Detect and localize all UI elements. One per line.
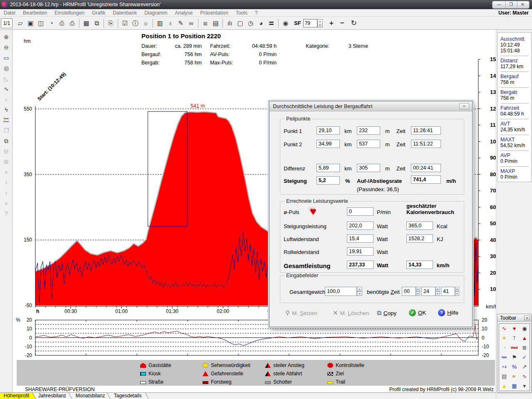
kcal-field[interactable] xyxy=(406,261,433,269)
save-icon[interactable]: ▣ xyxy=(25,18,36,28)
close-button[interactable]: ✕ xyxy=(517,2,528,8)
menu-bearbeiten[interactable]: Bearbeiten xyxy=(19,10,51,16)
loupe-icon[interactable]: ◎ xyxy=(1,64,11,73)
value-field[interactable] xyxy=(347,222,374,230)
kcal-field[interactable] xyxy=(406,234,433,243)
m-field[interactable] xyxy=(357,126,380,135)
stack-icon[interactable]: ⧈ xyxy=(200,18,210,28)
zoom-in-page-icon[interactable]: ⊕ xyxy=(1,32,11,42)
watt-icon[interactable]: Watt xyxy=(511,345,518,351)
floating-toolbar[interactable]: Toolbar ✕ ∿♥◉☀T▲◔Watt≣hm⚑✓✓2%↗▤B:∿▲▦▾ xyxy=(497,314,532,393)
zoom-out-page-icon[interactable]: ⊖ xyxy=(1,43,11,52)
print-preview-icon[interactable]: ⎙ xyxy=(57,18,67,28)
confirm-bubble-icon[interactable]: ☑ xyxy=(120,18,130,28)
rewind-icon[interactable]: « xyxy=(1,167,11,177)
watch-icon[interactable]: ◔ xyxy=(46,18,57,28)
menu-?[interactable]: ? xyxy=(251,10,262,16)
menu-datenbank[interactable]: Datenbank xyxy=(109,10,141,16)
time-hour-icon[interactable]: timehour xyxy=(1,116,11,125)
rate-field[interactable] xyxy=(411,175,441,184)
copy-add-icon[interactable]: ⧉ xyxy=(1,136,11,145)
waypoint-list-icon[interactable]: B: xyxy=(512,373,516,379)
page-minus-icon[interactable]: ⊟ xyxy=(1,147,11,156)
zeit-spinner[interactable]: ▲▼ xyxy=(441,287,459,296)
curve-icon[interactable]: ∿ xyxy=(1,84,11,94)
m-field[interactable] xyxy=(357,140,380,148)
toolbox-close-button[interactable]: ✕ xyxy=(524,315,530,320)
finish-flag-icon[interactable]: ⚑ xyxy=(512,354,517,360)
road-icon[interactable]: ▤ xyxy=(502,373,507,379)
zoom-out-button[interactable]: − xyxy=(340,19,344,27)
fast-forward-icon[interactable]: » xyxy=(1,199,11,208)
zeit-spinner[interactable]: ▲▼ xyxy=(402,287,420,296)
calendar-jan-icon[interactable]: ▤ xyxy=(210,18,221,28)
runner-icon[interactable]: ϟ xyxy=(1,105,11,114)
warning-triangle-icon[interactable]: ▲ xyxy=(522,335,527,341)
paste-icon[interactable]: ⎘ xyxy=(106,18,116,28)
value-field[interactable] xyxy=(347,247,374,256)
table-icon[interactable]: ▦ xyxy=(81,18,92,28)
heart-icon[interactable]: ♥ xyxy=(513,325,516,332)
profile-chart-icon[interactable]: ∿ xyxy=(502,325,507,332)
binoculars-icon[interactable]: ∞ xyxy=(186,18,196,28)
value-field[interactable] xyxy=(347,261,374,269)
shirt-icon[interactable]: T xyxy=(513,335,516,341)
zeit-field[interactable] xyxy=(411,126,441,135)
km-field[interactable] xyxy=(317,126,340,135)
tab-tagesdetails[interactable]: Tagesdetails xyxy=(107,393,149,399)
curve-box-icon[interactable]: ∿ xyxy=(522,373,527,379)
help-page-icon[interactable]: ? xyxy=(1,209,11,218)
zeit-input[interactable] xyxy=(421,287,435,296)
exit-door-icon[interactable]: ◫ xyxy=(36,18,46,28)
dropdown-arrow-icon[interactable]: ▾ xyxy=(523,383,526,389)
step-forward-icon[interactable]: › xyxy=(1,188,11,197)
menu-einstellungen[interactable]: Einstellungen xyxy=(51,10,88,16)
sun-icon[interactable]: ☀ xyxy=(502,335,507,341)
book-icon[interactable]: ❒ xyxy=(1,126,11,135)
copy-pages-icon[interactable]: ⧉ xyxy=(92,18,102,28)
refresh-button[interactable]: ↻ xyxy=(351,19,357,27)
measure-icon[interactable]: ◺ xyxy=(1,74,11,83)
tab-jahresbilanz[interactable]: Jahresbilanz xyxy=(31,393,74,399)
world-icon[interactable]: ♁ xyxy=(1,95,11,104)
double-lines-icon[interactable]: 〓 xyxy=(266,18,277,28)
zeit-spinner[interactable]: ▲▼ xyxy=(421,287,440,296)
camera-tripod-icon[interactable]: ◉ xyxy=(522,325,527,332)
zeit-field[interactable] xyxy=(411,164,441,172)
legend-lines-icon[interactable]: ≣ xyxy=(522,345,527,351)
step-back-icon[interactable]: ‹ xyxy=(1,178,11,187)
hm-icon[interactable]: hm xyxy=(502,354,507,360)
menu-analyse[interactable]: Analyse xyxy=(171,10,197,16)
video-camera-icon[interactable]: ◉ xyxy=(280,18,291,28)
menu-tools[interactable]: Tools xyxy=(232,10,251,16)
idea-bulb-icon[interactable]: ☼ xyxy=(141,18,151,28)
spinner-arrows[interactable]: ▲▼ xyxy=(455,287,459,296)
dialog-close-button[interactable]: ✕ xyxy=(459,103,469,110)
abc-check-icon[interactable]: ✓ xyxy=(522,354,527,360)
arrow-icon[interactable]: ↗ xyxy=(522,364,527,370)
zeit-input[interactable] xyxy=(402,287,416,296)
value-field[interactable] xyxy=(347,207,374,216)
spinner-arrows[interactable]: ▲▼ xyxy=(435,287,440,296)
tab-monatsbilanz[interactable]: Monatsbilanz xyxy=(68,393,112,399)
m-field[interactable] xyxy=(357,164,380,172)
title-bar[interactable]: 2013-04-18-08-12.hrp - HRMProfil 'Unregi… xyxy=(0,0,532,9)
spinner-arrows[interactable]: ▲▼ xyxy=(416,287,420,296)
bar-chart-icon[interactable]: ılı xyxy=(225,18,235,28)
sf-input[interactable] xyxy=(303,19,317,27)
page-plus-icon[interactable]: ⊞ xyxy=(1,157,11,166)
dialog-title-bar[interactable]: Durchschnittliche Leistung der Bergauffa… xyxy=(270,101,472,111)
menu-diagramm[interactable]: Diagramm xyxy=(141,10,171,16)
zeit-field[interactable] xyxy=(411,140,441,148)
zeit-input[interactable] xyxy=(441,287,455,296)
gewicht-spinner[interactable]: ▲▼ xyxy=(325,287,362,296)
stopwatch-icon[interactable]: ◷ xyxy=(245,18,256,28)
clock-icon[interactable]: ◔ xyxy=(502,345,506,351)
ok-button[interactable]: ✓OK xyxy=(409,309,426,316)
km-field[interactable] xyxy=(317,140,340,148)
tab-höhenprofil[interactable]: Höhenprofil xyxy=(0,393,37,399)
km-field[interactable] xyxy=(317,164,340,172)
mountain-icon[interactable]: ▲ xyxy=(502,383,507,389)
copy-button[interactable]: ⧉Copy xyxy=(377,309,396,317)
frame-select-icon[interactable]: ▢ xyxy=(235,18,245,28)
